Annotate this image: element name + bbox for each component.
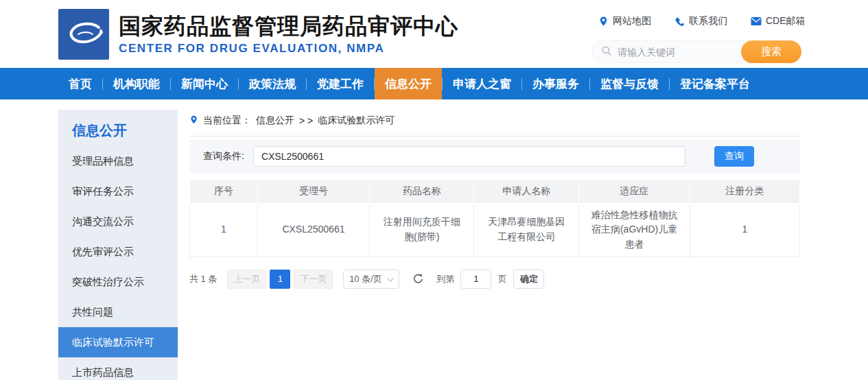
nav-item-home[interactable]: 首页 — [58, 68, 102, 99]
site-search: 搜索 — [591, 40, 801, 63]
refresh-icon[interactable] — [412, 273, 425, 285]
map-pin-icon — [598, 16, 609, 27]
mail-icon — [751, 16, 762, 26]
query-input[interactable] — [253, 146, 685, 167]
chevron-down-icon — [387, 274, 394, 284]
total-count: 共 1 条 — [189, 273, 217, 285]
sidebar-item-priority-review[interactable]: 优先审评公示 — [58, 237, 178, 267]
sidebar-item-review-tasks[interactable]: 审评任务公示 — [58, 176, 178, 206]
cell-applicant: 天津昂赛细胞基因工程有限公司 — [474, 203, 579, 257]
nav-item-org-functions[interactable]: 机构职能 — [103, 68, 170, 99]
brand: 国家药品监督管理局药品审评中心 CENTER FOR DRUG EVALUATI… — [58, 9, 458, 60]
query-bar: 查询条件: 查询 — [189, 140, 800, 173]
phone-icon — [675, 16, 685, 27]
prev-page-button[interactable]: 上一页 — [227, 270, 266, 289]
quick-links: 网站地图 联系我们 CDE邮箱 — [598, 15, 806, 27]
search-button[interactable]: 搜索 — [741, 40, 801, 63]
location-pin-icon — [189, 115, 198, 127]
column-header-drug-name: 药品名称 — [370, 180, 474, 203]
site-header: 国家药品监督管理局药品审评中心 CENTER FOR DRUG EVALUATI… — [0, 0, 868, 68]
confirm-button[interactable]: 确定 — [513, 270, 544, 289]
column-header-acceptance-no: 受理号 — [257, 180, 370, 203]
column-header-indication: 适应症 — [579, 180, 690, 203]
sidebar-item-accepted-products[interactable]: 受理品种信息 — [58, 146, 178, 176]
goto-page-label: 到第 — [436, 273, 454, 285]
cde-website: 国家药品监督管理局药品审评中心 CENTER FOR DRUG EVALUATI… — [0, 0, 868, 380]
cde-mail-link[interactable]: CDE邮箱 — [751, 15, 806, 27]
table-row: 1 CXSL2500661 注射用间充质干细胞(脐带) 天津昂赛细胞基因工程有限… — [190, 203, 800, 257]
column-header-applicant: 申请人名称 — [474, 180, 579, 203]
query-label: 查询条件: — [203, 150, 244, 163]
brand-text: 国家药品监督管理局药品审评中心 CENTER FOR DRUG EVALUATI… — [119, 9, 458, 56]
nav-item-news-center[interactable]: 新闻中心 — [171, 68, 238, 99]
query-button[interactable]: 查询 — [714, 146, 754, 167]
breadcrumb-section-link[interactable]: 信息公开 — [256, 115, 294, 127]
breadcrumb-prefix: 当前位置： — [203, 115, 251, 127]
main-content: 当前位置： 信息公开 > > 临床试验默示许可 查询条件: 查询 序号 受理号 … — [189, 115, 800, 289]
next-page-button[interactable]: 下一页 — [294, 270, 333, 289]
column-header-index: 序号 — [190, 180, 258, 203]
sidebar-item-breakthrough-therapy[interactable]: 突破性治疗公示 — [58, 267, 178, 297]
sidebar-item-common-issues[interactable]: 共性问题 — [58, 297, 178, 327]
page-body: 信息公开 受理品种信息 审评任务公示 沟通交流公示 优先审评公示 突破性治疗公示… — [0, 99, 868, 380]
contact-us-link[interactable]: 联系我们 — [675, 15, 727, 27]
page-size-select[interactable]: 10 条/页 — [343, 270, 399, 289]
breadcrumb: 当前位置： 信息公开 > > 临床试验默示许可 — [189, 115, 800, 136]
cell-registration-class: 1 — [690, 203, 799, 257]
search-input[interactable] — [612, 41, 741, 62]
cell-acceptance-no: CXSL2500661 — [257, 203, 370, 257]
table-header-row: 序号 受理号 药品名称 申请人名称 适应症 注册分类 — [190, 180, 800, 203]
sitemap-link[interactable]: 网站地图 — [598, 15, 651, 27]
cde-logo-icon[interactable] — [58, 9, 109, 60]
nav-item-registration-platform[interactable]: 登记备案平台 — [670, 68, 760, 99]
breadcrumb-current[interactable]: 临床试验默示许可 — [318, 115, 395, 127]
sidebar-item-marketed-drug-info[interactable]: 上市药品信息 — [58, 357, 178, 380]
cell-drug-name: 注射用间充质干细胞(脐带) — [370, 203, 474, 257]
page-unit-label: 页 — [497, 273, 506, 285]
search-icon — [601, 45, 612, 59]
sidebar-item-clinical-trial-implied-license[interactable]: 临床试验默示许可 — [58, 327, 178, 357]
nav-item-supervision-feedback[interactable]: 监督与反馈 — [590, 68, 669, 99]
cell-index: 1 — [190, 203, 258, 257]
nav-item-services[interactable]: 办事服务 — [522, 68, 589, 99]
page-size-value: 10 条/页 — [349, 273, 382, 285]
nav-item-info-disclosure[interactable]: 信息公开 — [375, 68, 442, 99]
cell-indication: 难治性急性移植物抗宿主病(aGvHD)儿童患者 — [579, 203, 690, 257]
column-header-registration-class: 注册分类 — [690, 180, 799, 203]
nav-item-party-building[interactable]: 党建工作 — [307, 68, 374, 99]
site-title: 国家药品监督管理局药品审评中心 — [119, 12, 458, 40]
breadcrumb-separator: > > — [299, 115, 313, 126]
goto-page-input[interactable] — [460, 270, 491, 289]
main-nav: 首页 机构职能 新闻中心 政策法规 党建工作 信息公开 申请人之窗 办事服务 监… — [0, 68, 868, 99]
nav-item-applicant-window[interactable]: 申请人之窗 — [443, 68, 521, 99]
site-subtitle: CENTER FOR DRUG EVALUATION, NMPA — [119, 42, 458, 56]
pagination: 共 1 条 上一页 1 下一页 10 条/页 到第 页 确定 — [189, 270, 800, 289]
results-table: 序号 受理号 药品名称 申请人名称 适应症 注册分类 1 CXSL2500661… — [189, 180, 800, 257]
page-number-button[interactable]: 1 — [270, 270, 290, 289]
nav-item-policies[interactable]: 政策法规 — [239, 68, 306, 99]
sidebar: 信息公开 受理品种信息 审评任务公示 沟通交流公示 优先审评公示 突破性治疗公示… — [58, 110, 178, 380]
sidebar-item-communication[interactable]: 沟通交流公示 — [58, 206, 178, 237]
sidebar-title: 信息公开 — [58, 110, 178, 146]
